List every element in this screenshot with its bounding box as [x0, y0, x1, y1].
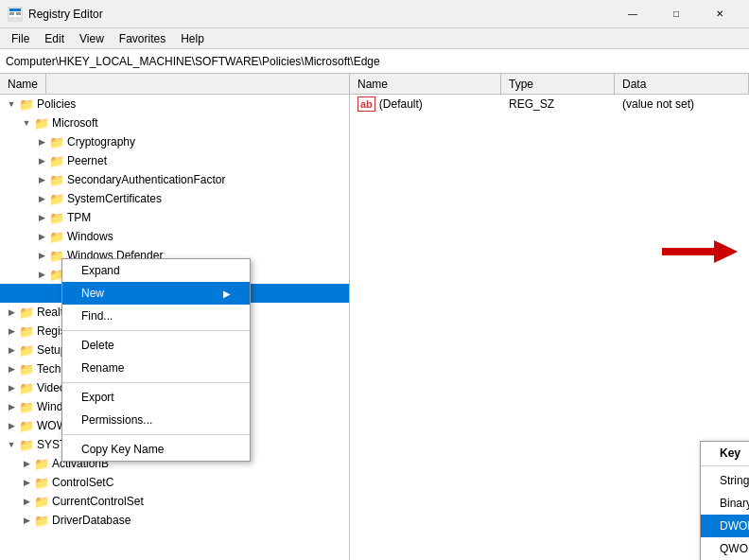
- tree-item-tpm[interactable]: ▶ 📁 TPM: [0, 208, 349, 227]
- tree-item-cryptography[interactable]: ▶ 📁 Cryptography: [0, 132, 349, 151]
- tree-label-driverdatabase: DriverDatabase: [52, 514, 131, 527]
- ctx-find[interactable]: Find...: [62, 305, 250, 327]
- default-name-text: (Default): [379, 97, 423, 111]
- ctx-new-arrow: ▶: [223, 289, 231, 299]
- expand-icon-tpm: ▶: [34, 213, 49, 222]
- ctx-delete[interactable]: Delete: [62, 334, 250, 357]
- folder-icon-system: 📁: [19, 438, 34, 452]
- sub-key[interactable]: Key: [701, 442, 749, 466]
- folder-icon-setup: 📁: [19, 343, 34, 358]
- expand-icon-policies: ▼: [4, 99, 19, 109]
- expand-icon-peernet: ▶: [34, 156, 49, 166]
- tree-item-driverdatabase[interactable]: ▶ 📁 DriverDatabase: [0, 511, 349, 530]
- ctx-export[interactable]: Export: [62, 386, 250, 409]
- context-menu: Expand New ▶ Find... Delete Rename Expor…: [61, 258, 251, 462]
- expand-icon-videolan: ▶: [4, 383, 19, 393]
- ctx-rename-label: Rename: [81, 361, 124, 375]
- folder-icon-activationb: 📁: [34, 457, 49, 471]
- menu-edit[interactable]: Edit: [37, 30, 72, 47]
- tree-label-windows: Windows: [67, 230, 113, 243]
- folder-icon-windows2: 📁: [19, 400, 34, 414]
- sub-dword-value[interactable]: DWORD (32-bit) Value: [701, 515, 749, 537]
- expand-icon-registeredA: ▶: [4, 326, 19, 336]
- ctx-separator-3: [62, 434, 250, 435]
- svg-rect-3: [16, 12, 21, 15]
- folder-icon-controlsetc: 📁: [34, 476, 49, 490]
- folder-icon-secondary: 📁: [49, 173, 64, 187]
- tree-item-systemcerts[interactable]: ▶ 📁 SystemCertificates: [0, 189, 349, 208]
- menu-favorites[interactable]: Favorites: [112, 30, 173, 47]
- tree-pane: Name ▼ 📁 Policies ▼ 📁 Microsoft ▶ 📁 Cryp…: [0, 74, 350, 560]
- folder-icon-policies: 📁: [19, 97, 34, 112]
- tree-item-secondary[interactable]: ▶ 📁 SecondaryAuthenticationFactor: [0, 170, 349, 189]
- menu-bar: File Edit View Favorites Help: [0, 28, 749, 49]
- tree-label-policies: Policies: [37, 97, 76, 111]
- expand-icon-wow6432n: ▶: [4, 421, 19, 430]
- minimize-button[interactable]: —: [611, 0, 654, 28]
- sub-string-value[interactable]: String Value: [701, 469, 749, 492]
- menu-view[interactable]: View: [72, 30, 112, 47]
- tree-label-secondary: SecondaryAuthenticationFactor: [67, 173, 225, 186]
- ctx-permissions[interactable]: Permissions...: [62, 409, 250, 431]
- ctx-delete-label: Delete: [81, 339, 114, 352]
- ctx-copy-key-name-label: Copy Key Name: [81, 443, 164, 456]
- tree-item-policies[interactable]: ▼ 📁 Policies: [0, 95, 349, 114]
- address-bar: Computer\HKEY_LOCAL_MACHINE\SOFTWARE\Pol…: [0, 49, 749, 74]
- expand-icon-techsmith: ▶: [4, 364, 19, 374]
- ctx-separator-1: [62, 330, 250, 331]
- ab-icon: ab: [357, 96, 375, 112]
- tree-header: Name: [0, 74, 349, 95]
- ctx-separator-2: [62, 382, 250, 383]
- window-title: Registry Editor: [28, 8, 103, 21]
- col-data: Data: [615, 74, 749, 94]
- expand-icon-windows-defender: ▶: [34, 251, 49, 260]
- sub-dword-value-label: DWORD (32-bit) Value: [720, 519, 749, 533]
- sub-qword-value-label: QWORD (64-bit) Value: [720, 542, 749, 555]
- tree-item-microsoft[interactable]: ▼ 📁 Microsoft: [0, 114, 349, 132]
- sub-key-label: Key: [720, 446, 740, 460]
- folder-icon-peernet: 📁: [49, 154, 64, 168]
- svg-rect-2: [9, 12, 14, 15]
- expand-icon-controlsetc: ▶: [19, 478, 34, 487]
- tree-item-windows[interactable]: ▶ 📁 Windows: [0, 227, 349, 246]
- ctx-permissions-label: Permissions...: [81, 413, 152, 427]
- sub-qword-value[interactable]: QWORD (64-bit) Value: [701, 537, 749, 560]
- expand-icon-realtek: ▶: [4, 307, 19, 317]
- address-text: Computer\HKEY_LOCAL_MACHINE\SOFTWARE\Pol…: [6, 55, 380, 68]
- red-arrow-icon: [662, 240, 738, 263]
- folder-icon-techsmith: 📁: [19, 362, 34, 376]
- arrow-annotation: [662, 240, 738, 263]
- expand-icon-setup: ▶: [4, 345, 19, 355]
- app-icon: [8, 7, 23, 22]
- col-name: Name: [350, 74, 501, 94]
- folder-icon-microsoft: 📁: [34, 116, 49, 131]
- ctx-new-label: New: [81, 287, 104, 300]
- ctx-copy-key-name[interactable]: Copy Key Name: [62, 438, 250, 461]
- data-row-default[interactable]: ab (Default) REG_SZ (value not set): [350, 95, 749, 114]
- sub-binary-value-label: Binary Value: [720, 497, 749, 510]
- tree-item-peernet[interactable]: ▶ 📁 Peernet: [0, 151, 349, 170]
- folder-icon-tpm: 📁: [49, 211, 64, 225]
- menu-file[interactable]: File: [4, 30, 37, 47]
- expand-icon-microsoft: ▼: [19, 118, 34, 128]
- folder-icon-registeredA: 📁: [19, 324, 34, 339]
- folder-icon-windows: 📁: [49, 230, 64, 244]
- folder-icon-wow6432n: 📁: [19, 419, 34, 433]
- expand-icon-windows2: ▶: [4, 402, 19, 411]
- tree-item-currentcontrolset[interactable]: ▶ 📁 CurrentControlSet: [0, 492, 349, 511]
- menu-help[interactable]: Help: [173, 30, 212, 47]
- svg-marker-5: [662, 240, 738, 263]
- ctx-export-label: Export: [81, 391, 114, 404]
- ctx-find-label: Find...: [81, 309, 113, 323]
- folder-icon-driverdatabase: 📁: [34, 514, 49, 528]
- ctx-expand[interactable]: Expand: [62, 259, 250, 282]
- title-bar: Registry Editor — □ ✕: [0, 0, 749, 28]
- tree-item-controlsetc[interactable]: ▶ 📁 ControlSetC: [0, 473, 349, 492]
- ctx-new[interactable]: New ▶: [62, 282, 250, 305]
- close-button[interactable]: ✕: [698, 0, 741, 28]
- sub-binary-value[interactable]: Binary Value: [701, 492, 749, 515]
- maximize-button[interactable]: □: [654, 0, 698, 28]
- expand-icon-activationb: ▶: [19, 459, 34, 468]
- ctx-rename[interactable]: Rename: [62, 357, 250, 379]
- expand-icon-windows-nt: ▶: [34, 270, 49, 279]
